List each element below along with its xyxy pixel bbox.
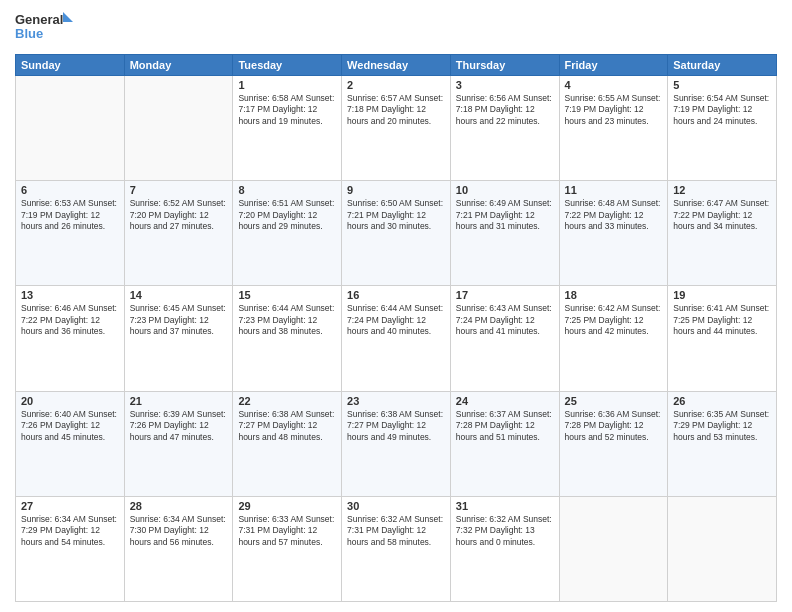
day-info: Sunrise: 6:58 AM Sunset: 7:17 PM Dayligh…: [238, 93, 336, 127]
calendar-cell: 20Sunrise: 6:40 AM Sunset: 7:26 PM Dayli…: [16, 391, 125, 496]
calendar-week-2: 6Sunrise: 6:53 AM Sunset: 7:19 PM Daylig…: [16, 181, 777, 286]
weekday-header-monday: Monday: [124, 55, 233, 76]
calendar-cell: 3Sunrise: 6:56 AM Sunset: 7:18 PM Daylig…: [450, 76, 559, 181]
day-info: Sunrise: 6:34 AM Sunset: 7:29 PM Dayligh…: [21, 514, 119, 548]
weekday-header-tuesday: Tuesday: [233, 55, 342, 76]
weekday-header-thursday: Thursday: [450, 55, 559, 76]
day-number: 21: [130, 395, 228, 407]
calendar-cell: 13Sunrise: 6:46 AM Sunset: 7:22 PM Dayli…: [16, 286, 125, 391]
day-info: Sunrise: 6:42 AM Sunset: 7:25 PM Dayligh…: [565, 303, 663, 337]
day-info: Sunrise: 6:56 AM Sunset: 7:18 PM Dayligh…: [456, 93, 554, 127]
calendar-cell: 24Sunrise: 6:37 AM Sunset: 7:28 PM Dayli…: [450, 391, 559, 496]
day-info: Sunrise: 6:49 AM Sunset: 7:21 PM Dayligh…: [456, 198, 554, 232]
svg-marker-2: [63, 12, 73, 22]
calendar-cell: 15Sunrise: 6:44 AM Sunset: 7:23 PM Dayli…: [233, 286, 342, 391]
weekday-header-friday: Friday: [559, 55, 668, 76]
calendar-cell: 28Sunrise: 6:34 AM Sunset: 7:30 PM Dayli…: [124, 496, 233, 601]
day-info: Sunrise: 6:44 AM Sunset: 7:23 PM Dayligh…: [238, 303, 336, 337]
day-info: Sunrise: 6:45 AM Sunset: 7:23 PM Dayligh…: [130, 303, 228, 337]
calendar-week-3: 13Sunrise: 6:46 AM Sunset: 7:22 PM Dayli…: [16, 286, 777, 391]
day-number: 12: [673, 184, 771, 196]
day-number: 2: [347, 79, 445, 91]
calendar-cell: 26Sunrise: 6:35 AM Sunset: 7:29 PM Dayli…: [668, 391, 777, 496]
calendar-cell: [124, 76, 233, 181]
day-number: 4: [565, 79, 663, 91]
day-info: Sunrise: 6:36 AM Sunset: 7:28 PM Dayligh…: [565, 409, 663, 443]
weekday-header-wednesday: Wednesday: [342, 55, 451, 76]
day-number: 5: [673, 79, 771, 91]
day-number: 14: [130, 289, 228, 301]
day-number: 27: [21, 500, 119, 512]
day-info: Sunrise: 6:37 AM Sunset: 7:28 PM Dayligh…: [456, 409, 554, 443]
calendar-cell: [559, 496, 668, 601]
day-info: Sunrise: 6:54 AM Sunset: 7:19 PM Dayligh…: [673, 93, 771, 127]
calendar-cell: 8Sunrise: 6:51 AM Sunset: 7:20 PM Daylig…: [233, 181, 342, 286]
day-info: Sunrise: 6:39 AM Sunset: 7:26 PM Dayligh…: [130, 409, 228, 443]
calendar-cell: 23Sunrise: 6:38 AM Sunset: 7:27 PM Dayli…: [342, 391, 451, 496]
calendar-cell: [668, 496, 777, 601]
day-number: 1: [238, 79, 336, 91]
calendar-cell: 17Sunrise: 6:43 AM Sunset: 7:24 PM Dayli…: [450, 286, 559, 391]
day-info: Sunrise: 6:44 AM Sunset: 7:24 PM Dayligh…: [347, 303, 445, 337]
day-info: Sunrise: 6:52 AM Sunset: 7:20 PM Dayligh…: [130, 198, 228, 232]
day-info: Sunrise: 6:38 AM Sunset: 7:27 PM Dayligh…: [347, 409, 445, 443]
day-number: 16: [347, 289, 445, 301]
calendar-cell: 1Sunrise: 6:58 AM Sunset: 7:17 PM Daylig…: [233, 76, 342, 181]
day-number: 20: [21, 395, 119, 407]
calendar-table: SundayMondayTuesdayWednesdayThursdayFrid…: [15, 54, 777, 602]
logo: GeneralBlue: [15, 10, 75, 46]
calendar-cell: 19Sunrise: 6:41 AM Sunset: 7:25 PM Dayli…: [668, 286, 777, 391]
weekday-header-sunday: Sunday: [16, 55, 125, 76]
day-number: 17: [456, 289, 554, 301]
calendar-cell: 25Sunrise: 6:36 AM Sunset: 7:28 PM Dayli…: [559, 391, 668, 496]
day-number: 31: [456, 500, 554, 512]
calendar-cell: 27Sunrise: 6:34 AM Sunset: 7:29 PM Dayli…: [16, 496, 125, 601]
calendar-cell: 9Sunrise: 6:50 AM Sunset: 7:21 PM Daylig…: [342, 181, 451, 286]
page: GeneralBlue SundayMondayTuesdayWednesday…: [0, 0, 792, 612]
calendar-cell: 10Sunrise: 6:49 AM Sunset: 7:21 PM Dayli…: [450, 181, 559, 286]
day-info: Sunrise: 6:32 AM Sunset: 7:32 PM Dayligh…: [456, 514, 554, 548]
day-info: Sunrise: 6:40 AM Sunset: 7:26 PM Dayligh…: [21, 409, 119, 443]
day-number: 26: [673, 395, 771, 407]
svg-text:Blue: Blue: [15, 26, 43, 41]
day-number: 19: [673, 289, 771, 301]
calendar-week-5: 27Sunrise: 6:34 AM Sunset: 7:29 PM Dayli…: [16, 496, 777, 601]
calendar-cell: 22Sunrise: 6:38 AM Sunset: 7:27 PM Dayli…: [233, 391, 342, 496]
calendar-cell: 30Sunrise: 6:32 AM Sunset: 7:31 PM Dayli…: [342, 496, 451, 601]
day-number: 6: [21, 184, 119, 196]
calendar-cell: 2Sunrise: 6:57 AM Sunset: 7:18 PM Daylig…: [342, 76, 451, 181]
calendar-cell: 5Sunrise: 6:54 AM Sunset: 7:19 PM Daylig…: [668, 76, 777, 181]
calendar-cell: 29Sunrise: 6:33 AM Sunset: 7:31 PM Dayli…: [233, 496, 342, 601]
day-number: 11: [565, 184, 663, 196]
calendar-cell: 4Sunrise: 6:55 AM Sunset: 7:19 PM Daylig…: [559, 76, 668, 181]
logo-icon: GeneralBlue: [15, 10, 75, 46]
calendar-cell: 7Sunrise: 6:52 AM Sunset: 7:20 PM Daylig…: [124, 181, 233, 286]
calendar-cell: 31Sunrise: 6:32 AM Sunset: 7:32 PM Dayli…: [450, 496, 559, 601]
day-info: Sunrise: 6:57 AM Sunset: 7:18 PM Dayligh…: [347, 93, 445, 127]
day-number: 15: [238, 289, 336, 301]
day-info: Sunrise: 6:47 AM Sunset: 7:22 PM Dayligh…: [673, 198, 771, 232]
calendar-cell: 16Sunrise: 6:44 AM Sunset: 7:24 PM Dayli…: [342, 286, 451, 391]
day-number: 28: [130, 500, 228, 512]
day-number: 24: [456, 395, 554, 407]
day-number: 7: [130, 184, 228, 196]
calendar-cell: 12Sunrise: 6:47 AM Sunset: 7:22 PM Dayli…: [668, 181, 777, 286]
day-info: Sunrise: 6:50 AM Sunset: 7:21 PM Dayligh…: [347, 198, 445, 232]
day-info: Sunrise: 6:32 AM Sunset: 7:31 PM Dayligh…: [347, 514, 445, 548]
day-info: Sunrise: 6:34 AM Sunset: 7:30 PM Dayligh…: [130, 514, 228, 548]
day-info: Sunrise: 6:51 AM Sunset: 7:20 PM Dayligh…: [238, 198, 336, 232]
day-number: 23: [347, 395, 445, 407]
day-info: Sunrise: 6:46 AM Sunset: 7:22 PM Dayligh…: [21, 303, 119, 337]
day-info: Sunrise: 6:35 AM Sunset: 7:29 PM Dayligh…: [673, 409, 771, 443]
calendar-week-4: 20Sunrise: 6:40 AM Sunset: 7:26 PM Dayli…: [16, 391, 777, 496]
day-info: Sunrise: 6:43 AM Sunset: 7:24 PM Dayligh…: [456, 303, 554, 337]
calendar-cell: 21Sunrise: 6:39 AM Sunset: 7:26 PM Dayli…: [124, 391, 233, 496]
svg-text:General: General: [15, 12, 63, 27]
calendar-week-1: 1Sunrise: 6:58 AM Sunset: 7:17 PM Daylig…: [16, 76, 777, 181]
day-number: 9: [347, 184, 445, 196]
day-number: 22: [238, 395, 336, 407]
calendar-cell: 14Sunrise: 6:45 AM Sunset: 7:23 PM Dayli…: [124, 286, 233, 391]
day-number: 18: [565, 289, 663, 301]
day-info: Sunrise: 6:41 AM Sunset: 7:25 PM Dayligh…: [673, 303, 771, 337]
day-number: 30: [347, 500, 445, 512]
